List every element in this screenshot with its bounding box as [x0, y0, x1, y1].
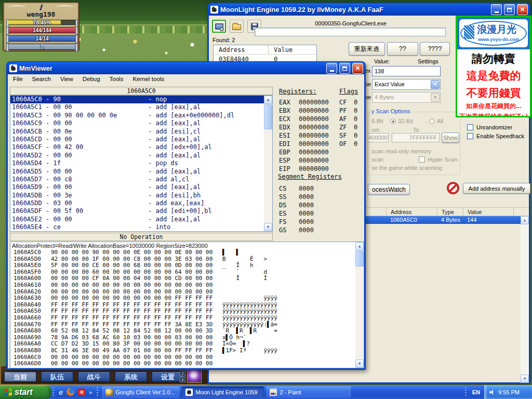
disasm-address-bytes: 1060A5CD - 00 00: [12, 136, 148, 143]
hex-row[interactable]: 1060A630 00 00 00 00 00 00 00 00 00 00 0…: [10, 295, 364, 302]
scan-type-select[interactable]: Exact Value ▼: [372, 79, 441, 90]
processwatch-button[interactable]: ocessWatch: [368, 184, 410, 195]
clock[interactable]: 9:55 PM: [498, 389, 520, 395]
close-button[interactable]: ✕: [517, 4, 528, 15]
scroll-down-icon[interactable]: ▼: [264, 223, 272, 231]
task-moonlight-engine[interactable]: Moon Light Engine 1059: [182, 387, 264, 398]
disasm-row[interactable]: 1060A5C9 - 00 00 - add [eax],al: [10, 119, 264, 127]
ad-banner[interactable]: 浪漫月光 www.yoyo-do.com 請勿轉賣 這是免費的 不要用錢買 如果…: [456, 16, 531, 117]
disassembly-panel[interactable]: 1060A5C0 - 90 - nop 1060A5C1 - 00 00 - a…: [10, 95, 273, 232]
minimize-button[interactable]: [326, 63, 337, 74]
language-indicator[interactable]: EN: [468, 389, 484, 395]
hyper-scan-checkbox[interactable]: [419, 156, 425, 163]
task-gongfu-client[interactable]: Gongfu Client Ver:1.0...: [102, 387, 180, 398]
hex-scrollbar[interactable]: ▲ ▼: [355, 242, 364, 368]
menu-item[interactable]: View: [60, 76, 73, 84]
scan-progress-bar: [255, 28, 446, 36]
game-tab[interactable]: 系统: [115, 371, 147, 382]
hotkey-slot[interactable]: 2: [180, 370, 185, 376]
add-address-manually-button[interactable]: Add address manually: [463, 183, 530, 194]
hex-row[interactable]: 1060A5C0 90 00 00 00 90 00 00 00 0E 00 0…: [10, 249, 364, 256]
menu-item[interactable]: Search: [32, 76, 51, 84]
attached-process-label: 00000350-GongfuClient.exe: [256, 20, 446, 26]
game-tab[interactable]: 队伍: [41, 371, 73, 382]
show-button[interactable]: Show: [442, 132, 459, 143]
disasm-row[interactable]: 1060A5C0 - 90 - nop: [10, 96, 264, 103]
maximize-button[interactable]: [504, 4, 515, 15]
disasm-row[interactable]: 1060A5DB - 00 3e - add [esi],bh: [10, 192, 264, 200]
unrandomizer-checkbox[interactable]: [467, 124, 473, 130]
settings-label[interactable]: Settings: [418, 58, 438, 64]
quick-launch-overflow-icon[interactable]: »: [89, 389, 92, 395]
mmviewer-titlebar[interactable]: MmViewer ✕: [7, 62, 365, 74]
scroll-up-icon[interactable]: ▲: [264, 96, 272, 104]
radio-32bit[interactable]: [390, 118, 396, 124]
register-row: ESI00000000: [279, 131, 329, 140]
hotkey-slot[interactable]: 1: [180, 377, 185, 382]
close-button[interactable]: ✕: [352, 63, 363, 74]
start-label: start: [15, 388, 33, 397]
value-input[interactable]: 138: [372, 66, 441, 76]
menu-item[interactable]: Tools: [110, 76, 124, 84]
disasm-row[interactable]: 1060A5D2 - 00 00 - add [eax],al: [10, 152, 264, 159]
maximize-button[interactable]: [339, 63, 350, 74]
table-scrollbar[interactable]: ▲ ▼: [521, 216, 529, 383]
hex-row[interactable]: 1060A680 60 52 08 12 84 52 08 12 84 52 0…: [10, 328, 364, 335]
hex-row[interactable]: 1060A5E0 5F 00 00 00 CE 00 00 00 68 00 0…: [10, 262, 364, 269]
disasm-row[interactable]: 1060A5DF - 00 5f 00 - add [edi+00],bl: [10, 207, 264, 215]
disasm-row[interactable]: 1060A5E4 - ce - into: [10, 223, 264, 231]
minimize-button[interactable]: [491, 4, 502, 15]
firefox-icon[interactable]: [66, 388, 74, 396]
task-paint[interactable]: 2 - Paint: [266, 387, 351, 398]
next-scan-button[interactable]: ??: [387, 42, 418, 56]
open-table-button[interactable]: [230, 20, 244, 33]
stop-icon[interactable]: [447, 182, 459, 194]
hex-bytes: 8C 31 46 3E 00 49 AA 07 01 00 00 00 FF F…: [51, 348, 222, 354]
scroll-down-icon[interactable]: ▼: [355, 360, 364, 368]
undo-scan-button[interactable]: ????: [420, 42, 450, 56]
scroll-down-icon[interactable]: ▼: [521, 375, 529, 383]
disasm-row[interactable]: 1060A5C1 - 00 00 - add [eax],al: [10, 103, 264, 111]
disasm-scrollbar[interactable]: ▲ ▼: [264, 96, 272, 231]
ad-url[interactable]: www.yoyo-do.com: [478, 37, 519, 42]
menu-item[interactable]: Kernel tools: [132, 76, 164, 84]
game-tab[interactable]: 当前: [4, 371, 36, 382]
chevron-down-icon[interactable]: ▼: [431, 80, 440, 89]
volume-icon[interactable]: [489, 390, 495, 395]
disasm-row[interactable]: 1060A5E2 - 00 00 - add [eax],al: [10, 216, 264, 223]
disasm-row[interactable]: 1060A5D9 - 00 00 - add [eax],al: [10, 183, 264, 191]
game-tab[interactable]: 设置: [152, 371, 184, 382]
hex-row[interactable]: 1060A6B0 8C 31 46 3E 00 49 AA 07 01 00 0…: [10, 348, 364, 354]
start-button[interactable]: start: [0, 385, 51, 399]
disasm-instruction: - into: [148, 223, 170, 231]
disasm-row[interactable]: 1060A5CD - 00 00 - add [eax],al: [10, 136, 264, 143]
disasm-row[interactable]: 1060A5DD - 03 00 - add eax,[eax]: [10, 200, 264, 207]
hex-dump-panel[interactable]: AllocationProtect=Read/Write AllocationB…: [10, 242, 364, 368]
hex-row[interactable]: 1060A6D0 00 00 00 00 00 00 00 00 00 00 0…: [10, 361, 364, 367]
register-value: 00000000: [299, 165, 329, 172]
skill-icon[interactable]: [187, 369, 202, 383]
disasm-row[interactable]: 1060A5C3 - 00 90 00 00 00 0e - add [eax+…: [10, 112, 264, 119]
scroll-thumb[interactable]: [264, 104, 272, 129]
internet-explorer-icon[interactable]: e: [59, 388, 63, 396]
disasm-address-bytes: 1060A5C3 - 00 90 00 00 00 0e: [12, 112, 148, 119]
disasm-row[interactable]: 1060A5CF - 00 42 00 - add [edx+00],al: [10, 143, 264, 151]
disasm-row[interactable]: 1060A5D4 - 1f - pop ds: [10, 159, 264, 167]
scroll-thumb[interactable]: [355, 251, 364, 267]
hex-row[interactable]: 1060A660 FF FF FF FF FF FF FF FF FF FF F…: [10, 315, 364, 322]
select-process-button[interactable]: [212, 20, 226, 33]
scroll-up-icon[interactable]: ▲: [355, 242, 364, 250]
speedhack-checkbox[interactable]: [467, 133, 473, 139]
moonlight-titlebar[interactable]: MoonLight Engine 1059.22 by IlvMoney A.K…: [208, 4, 529, 16]
scroll-up-icon[interactable]: ▲: [521, 216, 529, 224]
menu-item[interactable]: File: [13, 76, 23, 84]
disasm-row[interactable]: 1060A5D7 - 00 c8 - add al,cl: [10, 176, 264, 183]
menu-item[interactable]: Debug: [83, 76, 100, 84]
disasm-row[interactable]: 1060A5CB - 00 0e - add [esi],cl: [10, 128, 264, 136]
hex-row[interactable]: 1060A610 00 00 00 00 00 00 00 00 00 00 0…: [10, 282, 364, 289]
radio-all[interactable]: [429, 118, 435, 124]
game-tab[interactable]: 战斗: [78, 371, 110, 382]
seal-app-icon[interactable]: 南: [78, 389, 85, 396]
disasm-row[interactable]: 1060A5D5 - 00 00 - add [eax],al: [10, 168, 264, 176]
new-scan-button[interactable]: 重新來過: [349, 42, 385, 56]
